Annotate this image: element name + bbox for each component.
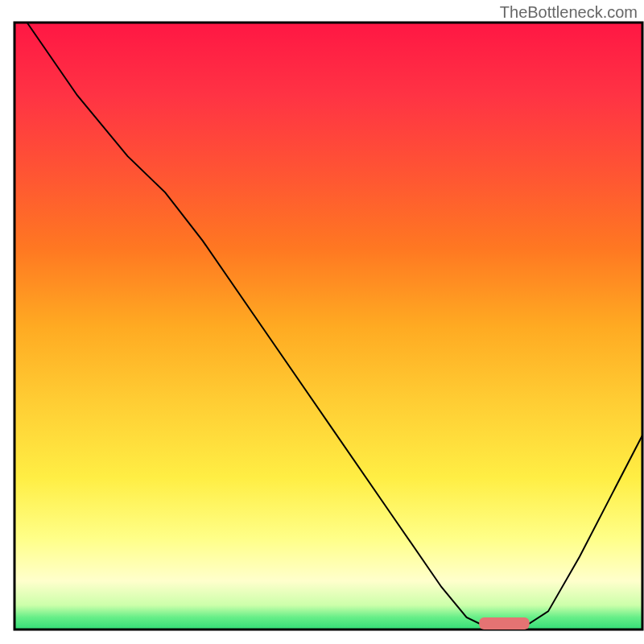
bottleneck-chart: TheBottleneck.com bbox=[0, 0, 644, 644]
optimal-range-marker bbox=[479, 617, 529, 630]
chart-svg bbox=[0, 0, 644, 644]
plot-background bbox=[14, 23, 642, 630]
watermark-text: TheBottleneck.com bbox=[500, 3, 638, 22]
